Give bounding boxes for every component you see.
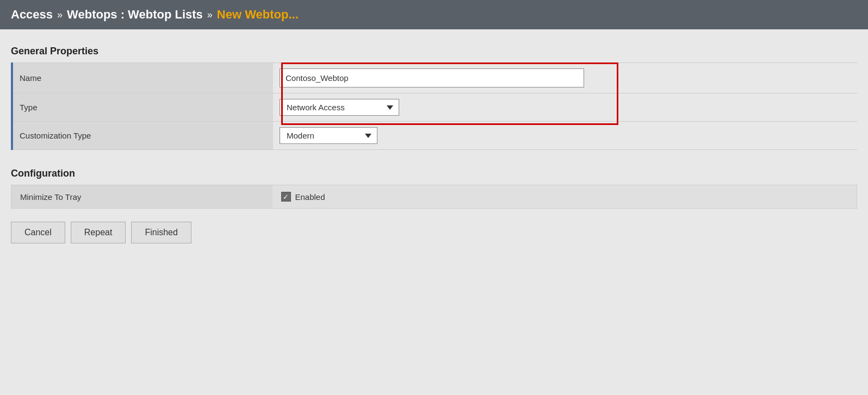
type-select[interactable]: Network Access Full Portal Access [280, 99, 399, 116]
breadcrumb-webtops: Webtops : Webtop Lists [67, 8, 203, 22]
configuration-title: Configuration [11, 168, 857, 179]
checkbox-enabled-container: ✓ Enabled [281, 192, 848, 202]
configuration-section: Configuration Minimize To Tray ✓ Enabled [11, 168, 857, 209]
breadcrumb-new-webtop: New Webtop... [217, 8, 299, 22]
type-row: Type Network Access Full Portal Access [12, 93, 857, 122]
minimize-to-tray-value-cell: ✓ Enabled [272, 185, 857, 209]
minimize-to-tray-row: Minimize To Tray ✓ Enabled [11, 185, 857, 209]
general-properties-table: Name Type Network Access [11, 62, 857, 150]
type-label: Type [12, 93, 273, 122]
name-value-cell [273, 63, 857, 93]
repeat-button[interactable]: Repeat [71, 222, 126, 243]
customization-type-label: Customization Type [12, 122, 273, 150]
name-label: Name [12, 63, 273, 93]
buttons-row: Cancel Repeat Finished [11, 222, 857, 243]
name-input[interactable] [280, 68, 584, 87]
enabled-label: Enabled [295, 192, 325, 202]
breadcrumb-separator-2: » [207, 9, 213, 21]
configuration-table: Minimize To Tray ✓ Enabled [11, 185, 857, 209]
breadcrumb-access: Access [11, 8, 53, 22]
cancel-button[interactable]: Cancel [11, 222, 65, 243]
customization-type-value-cell: Modern Standard [273, 122, 857, 150]
breadcrumb-bar: Access » Webtops : Webtop Lists » New We… [0, 0, 868, 29]
checkbox-icon: ✓ [281, 192, 291, 202]
general-properties-title: General Properties [11, 46, 857, 57]
customization-type-select[interactable]: Modern Standard [280, 127, 377, 144]
type-value-cell: Network Access Full Portal Access [273, 93, 857, 122]
finished-button[interactable]: Finished [131, 222, 191, 243]
minimize-to-tray-label: Minimize To Tray [11, 185, 272, 209]
customization-type-row: Customization Type Modern Standard [12, 122, 857, 150]
name-row: Name [12, 63, 857, 93]
general-properties-section: General Properties Name [11, 46, 857, 152]
main-content: General Properties Name [0, 29, 868, 392]
breadcrumb-separator-1: » [57, 9, 63, 21]
